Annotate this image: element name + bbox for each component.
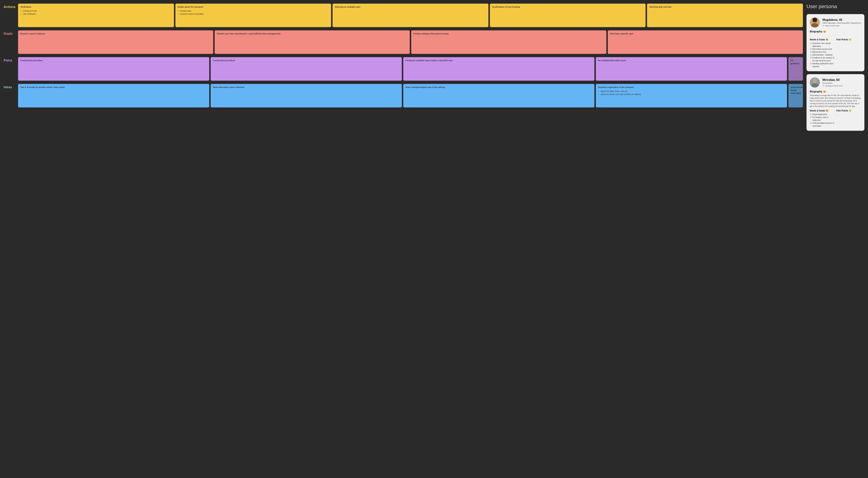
- avatar-miroslaw: [810, 78, 820, 88]
- row-label-ideas: Ideas: [4, 84, 16, 89]
- card-title: Finding collegues that parked nearby: [413, 32, 604, 35]
- card-title: Tips & Tutorials (in another words: help…: [20, 86, 207, 89]
- card-pains-2: Finding an available space within a spec…: [403, 57, 594, 81]
- board-row-actions: ActionsVerification:entering an emailcod…: [4, 4, 803, 27]
- card-title: Smart navigation/plan/ map ot the parkin…: [405, 86, 592, 89]
- need-item: Full support, easy to implement: [812, 116, 835, 122]
- persona-income-magdalena: high income level: [823, 25, 861, 27]
- need-item: Seamless, time saving application: [812, 42, 835, 48]
- card-goals-2: Finding collegues that parked nearby: [411, 30, 606, 54]
- persona-name-miroslaw: Mirosław, 60: [823, 78, 842, 82]
- card-title: Confirmation of your booking: [492, 5, 644, 8]
- card-title: No guidance: [790, 59, 801, 65]
- card-title: Selecting a specific spot: [610, 32, 801, 35]
- card-bullet-item: transport type: [180, 9, 329, 12]
- need-item: Administrative - helpdesk: [812, 54, 835, 56]
- persona-two-col-miroslaw: Needs & Goals 😍 Simple ApplicationFull s…: [810, 110, 861, 127]
- need-item: Simple Application: [812, 113, 835, 116]
- card-bullet-item: options for electric cars (with possible…: [600, 93, 785, 96]
- card-pains-3: No available/alternative spots: [596, 57, 787, 81]
- card-ideas-4: Understandable Needs reservation: [788, 84, 803, 108]
- card-title: Finding an available space within a spec…: [405, 59, 592, 62]
- persona-pains-title-miroslaw: Pain Points 😤: [836, 110, 861, 112]
- persona-pains-title-magdalena: Pain Points 😤: [836, 38, 861, 41]
- persona-header-magdalena: Magdalena, 45 Office Manager / Administr…: [810, 18, 861, 28]
- card-ideas-1: Show alternative spots/ solutions: [211, 84, 402, 108]
- card-bullets: options for bikes, motos, vans etcoption…: [598, 90, 785, 96]
- persona-two-col-magdalena: Needs & Goals 😍 Seamless, time saving ap…: [810, 38, 861, 68]
- card-title: No available/alternative spots: [598, 59, 785, 62]
- persona-needs-miroslaw: Needs & Goals 😍 Simple ApplicationFull s…: [810, 110, 835, 127]
- persona-bio-magdalena: -: [810, 34, 861, 36]
- board-row-pains: PainsComplicated procedureComplicated pr…: [4, 57, 803, 81]
- card-actions-2: Selecting an available spot: [333, 4, 489, 27]
- card-goals-1: Shorten your time searching for a spot (…: [215, 30, 410, 54]
- persona-info-magdalena: Magdalena, 45 Office Manager / Administr…: [823, 18, 861, 27]
- needs-list-magdalena: Seamless, time saving applicationElimina…: [810, 42, 835, 68]
- board-section: ActionsVerification:entering an emailcod…: [4, 4, 803, 131]
- right-panel: User persona Magdalena, 45 Office M: [807, 4, 864, 131]
- card-title: Selecting date and time: [649, 5, 801, 8]
- card-actions-3: Confirmation of your booking: [490, 4, 646, 27]
- avatar-magdalena: [810, 18, 820, 28]
- board-row-goals: GoalsReserve a spot in advanceShorten yo…: [4, 30, 803, 54]
- persona-header-miroslaw: Mirosław, 60 Accountant average income l…: [810, 78, 861, 88]
- svg-point-8: [812, 78, 817, 81]
- row-label-goals: Goals: [4, 30, 16, 36]
- card-bullet-item: transport number (if possible): [180, 13, 329, 16]
- card-ideas-3: Seamless registration of the transportop…: [596, 84, 787, 108]
- card-pains-1: Complicated procedure: [211, 57, 402, 81]
- card-actions-4: Selecting date and time: [647, 4, 803, 27]
- persona-name-magdalena: Magdalena, 45: [823, 18, 861, 22]
- persona-needs-magdalena: Needs & Goals 😍 Seamless, time saving ap…: [810, 38, 835, 68]
- card-title: Complicated procedure: [213, 59, 400, 62]
- persona-needs-title-magdalena: Needs & Goals 😍: [810, 38, 835, 41]
- need-item: Handling application users requests: [812, 62, 835, 68]
- persona-income-miroslaw: average income level: [823, 85, 842, 87]
- persona-card-magdalena: Magdalena, 45 Office Manager / Administr…: [807, 14, 864, 71]
- persona-pains-magdalena: Pain Points 😤 -: [836, 38, 861, 68]
- svg-point-4: [812, 21, 817, 22]
- persona-card-miroslaw: Mirosław, 60 Accountant average income l…: [807, 74, 864, 131]
- need-item: Feedback to the creators of the app woul…: [812, 56, 835, 62]
- persona-info-miroslaw: Mirosław, 60 Accountant average income l…: [823, 78, 842, 87]
- persona-pains-miroslaw: Pain Points 😤 -: [836, 110, 861, 127]
- board: ActionsVerification:entering an emailcod…: [4, 4, 803, 108]
- card-actions-0: Verification:entering an emailcode verif…: [18, 4, 174, 27]
- persona-title: User persona: [807, 4, 864, 9]
- card-title: Complicated procedure: [20, 59, 207, 62]
- card-bullet-item: options for bikes, motos, vans etc: [600, 90, 785, 93]
- persona-bio-title-miroslaw: Biography 🐱: [810, 90, 861, 93]
- card-title: Details about the transport:: [178, 5, 329, 8]
- main-container: ActionsVerification:entering an emailcod…: [4, 4, 864, 131]
- row-label-actions: Actions: [4, 4, 16, 9]
- card-title: Shorten your time searching for a spot (…: [217, 32, 408, 35]
- card-bullets: entering an emailcode verification: [20, 9, 172, 16]
- card-title: Understandable Needs reservation: [790, 86, 801, 95]
- board-row-ideas: IdeasTips & Tutorials (in another words:…: [4, 84, 803, 108]
- persona-role-magdalena: Office Manager / Administration Departme…: [823, 22, 861, 24]
- card-bullets: transport typetransport number (if possi…: [178, 9, 329, 16]
- persona-pains-dash-magdalena: -: [836, 42, 861, 44]
- cards-row-ideas: Tips & Tutorials (in another words: help…: [18, 84, 803, 108]
- card-title: Selecting an available spot: [335, 5, 486, 8]
- need-item: Eliminating manual work: [812, 48, 835, 51]
- persona-pains-dash-miroslaw: -: [836, 113, 861, 116]
- svg-point-6: [811, 83, 818, 88]
- card-title: Seamless registration of the transport: [598, 86, 785, 89]
- persona-role-miroslaw: Accountant: [823, 82, 842, 84]
- persona-bio-miroslaw: Technology is a huge fear for him. He us…: [810, 94, 861, 108]
- need-item: Maintenance-free: [812, 51, 835, 54]
- cards-row-actions: Verification:entering an emailcode verif…: [18, 4, 803, 27]
- card-pains-0: Complicated procedure: [18, 57, 209, 81]
- need-item: Understandable process of reservation: [812, 122, 835, 127]
- persona-needs-title-miroslaw: Needs & Goals 😍: [810, 110, 835, 112]
- card-ideas-2: Smart navigation/plan/ map ot the parkin…: [403, 84, 594, 108]
- card-ideas-0: Tips & Tutorials (in another words: help…: [18, 84, 209, 108]
- card-bullet-item: code verification: [23, 13, 172, 16]
- card-goals-0: Reserve a spot in advance: [18, 30, 213, 54]
- card-title: Verification:: [20, 5, 172, 8]
- card-pains-4: No guidance: [788, 57, 803, 81]
- needs-list-miroslaw: Simple ApplicationFull support, easy to …: [810, 113, 835, 127]
- svg-point-1: [811, 23, 818, 28]
